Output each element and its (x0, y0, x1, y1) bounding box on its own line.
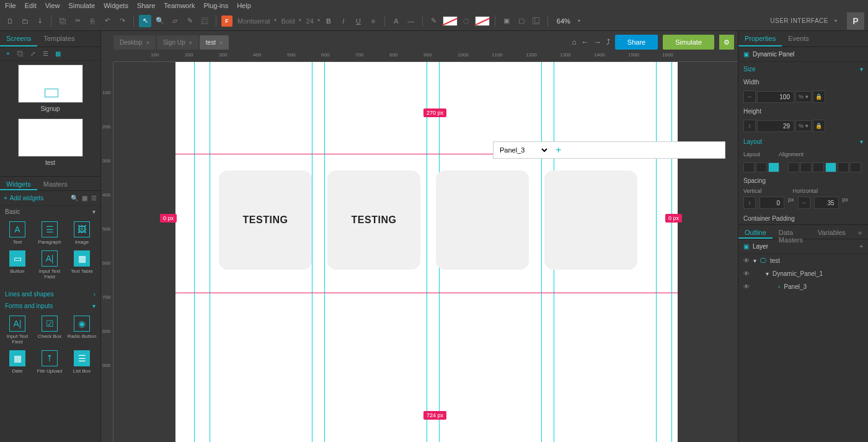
path-icon[interactable]: ✎ (184, 15, 196, 27)
fill-color-swatch[interactable] (475, 16, 490, 26)
widget-input2[interactable]: A|Input Text Field (1, 316, 33, 345)
close-icon[interactable]: × (189, 40, 192, 46)
paste-icon[interactable]: ⎘ (86, 15, 99, 27)
copy-screen-icon[interactable]: ⿻ (16, 50, 25, 58)
ruler-vertical[interactable]: 100 200 300 400 500 600 700 800 900 (101, 62, 113, 442)
menu-file[interactable]: File (5, 2, 16, 9)
guide-horizontal[interactable] (175, 293, 678, 293)
align-btn-5[interactable] (838, 162, 849, 172)
widget-date[interactable]: ▦Date (1, 350, 33, 374)
chevron-down-icon[interactable]: ▾ (573, 15, 585, 27)
add-widgets-button[interactable]: Add widgets (10, 195, 43, 201)
simulate-button[interactable]: Simulate (663, 35, 714, 50)
guide-vertical[interactable] (324, 62, 325, 442)
underline-icon[interactable]: U (352, 15, 365, 27)
align-btn-2[interactable] (800, 162, 812, 172)
zoom-level[interactable]: 64% (557, 17, 570, 25)
widget-radio[interactable]: ◉Radio Button (66, 316, 98, 345)
tab-properties[interactable]: Properties (738, 31, 782, 46)
width-unit-dropdown[interactable]: % ▾ (795, 91, 812, 102)
chevron-down-icon[interactable]: ▾ (766, 270, 769, 277)
card-empty-4[interactable] (544, 170, 637, 270)
gear-icon[interactable]: ⚙ (719, 35, 734, 50)
widget-fileupload[interactable]: ⤒File Upload (33, 350, 66, 374)
font-weight-dropdown[interactable]: Bold (279, 17, 301, 25)
widget-text[interactable]: AText (1, 221, 33, 245)
tab-screens[interactable]: Screens (0, 31, 37, 46)
tab-templates[interactable]: Templates (37, 31, 81, 46)
screen-thumb-signup[interactable] (18, 64, 83, 103)
visibility-icon[interactable]: 👁 (743, 257, 750, 264)
layout-btn-3[interactable] (768, 162, 779, 172)
share-button[interactable]: Share (615, 35, 658, 50)
visibility-icon[interactable]: 👁 (743, 283, 750, 290)
widget-listbox[interactable]: ☰List Box (66, 350, 98, 374)
open-folder-icon[interactable]: 🗀 (19, 15, 31, 27)
menu-view[interactable]: View (45, 2, 60, 9)
font-family-dropdown[interactable]: Montserrat (235, 17, 277, 25)
chevron-down-icon[interactable]: ▾ (835, 18, 837, 24)
group-icon[interactable]: ⿺ (530, 15, 542, 27)
height-input[interactable] (757, 120, 794, 132)
section-forms[interactable]: Forms and inputs▾ (0, 300, 100, 312)
list-icon[interactable]: ☰ (91, 195, 97, 201)
font-size-dropdown[interactable]: 24 (304, 17, 320, 25)
layout-section-header[interactable]: Layout▾ (738, 135, 868, 149)
more-tabs-icon[interactable]: » (852, 225, 868, 239)
section-lines[interactable]: Lines and shapes› (0, 288, 100, 300)
align-btn-3[interactable] (813, 162, 824, 172)
width-input[interactable] (757, 91, 794, 103)
pen-icon[interactable]: ✎ (428, 15, 440, 27)
arrange-back-icon[interactable]: ▢ (515, 15, 528, 27)
chevron-down-icon[interactable]: ▾ (753, 257, 756, 264)
line-icon[interactable]: — (405, 15, 417, 27)
layout-btn-2[interactable] (756, 162, 767, 172)
tab-data-masters[interactable]: Data Masters (773, 225, 812, 239)
guide-vertical[interactable] (541, 62, 542, 442)
section-basic[interactable]: Basic▾ (0, 206, 100, 218)
outline-item-dynamic-panel[interactable]: 👁 ▾ Dynamic_Panel_1 (738, 267, 868, 280)
canvas-tab-desktop[interactable]: Desktop× (113, 35, 156, 50)
widget-input[interactable]: A|Input Text Field (33, 250, 66, 280)
arrange-front-icon[interactable]: ▣ (500, 15, 513, 27)
guide-vertical[interactable] (656, 62, 657, 442)
tab-masters[interactable]: Masters (37, 177, 74, 190)
guide-vertical[interactable] (671, 62, 672, 442)
panel-select-dropdown[interactable]: Panel_3 (494, 146, 549, 154)
size-section-header[interactable]: Size▾ (738, 62, 868, 76)
canvas-viewport[interactable]: TESTING TESTING 270 px 0 px 0 px 724 px … (113, 62, 738, 442)
widget-paragraph[interactable]: ☰Paragraph (33, 221, 66, 245)
undo-icon[interactable]: ↶ (101, 15, 113, 27)
upload-icon[interactable]: ⤴ (606, 38, 610, 46)
visibility-icon[interactable]: 👁 (743, 270, 750, 277)
guide-vertical[interactable] (194, 62, 195, 442)
screen-thumb-test[interactable] (18, 118, 83, 157)
ui-mode-label[interactable]: USER INTERFACE (770, 17, 828, 24)
align-icon[interactable]: ≡ (367, 15, 379, 27)
widget-table[interactable]: ▦Text Table (66, 250, 98, 280)
redo-icon[interactable]: ↷ (116, 15, 128, 27)
guide-vertical[interactable] (312, 62, 312, 442)
outline-item-test[interactable]: 👁 ▾ 🖵 test (738, 254, 868, 267)
menu-edit[interactable]: Edit (25, 2, 37, 9)
copy-icon[interactable]: ⿻ (56, 15, 69, 27)
fill-icon[interactable]: ◌ (460, 15, 472, 27)
font-badge[interactable]: F (221, 15, 232, 27)
lock-icon[interactable]: 🔒 (813, 91, 825, 103)
search-icon[interactable]: 🔍 (71, 195, 78, 201)
canvas-tab-test[interactable]: test× (200, 35, 229, 50)
canvas-page[interactable]: TESTING TESTING (175, 62, 678, 442)
highlight-icon[interactable]: ▱ (169, 15, 181, 27)
card-testing-1[interactable]: TESTING (219, 170, 312, 270)
guide-vertical[interactable] (210, 62, 210, 442)
cut-icon[interactable]: ✂ (71, 15, 84, 27)
widget-image[interactable]: 🖼Image (66, 221, 98, 245)
widget-button[interactable]: ▭Button (1, 250, 33, 280)
chevron-right-icon[interactable]: › (778, 283, 780, 290)
guide-vertical[interactable] (427, 62, 427, 442)
layout-btn-1[interactable] (743, 162, 755, 172)
user-avatar[interactable]: P (847, 12, 864, 30)
zoom-icon[interactable]: 🔍 (154, 15, 166, 27)
close-icon[interactable]: × (219, 40, 223, 46)
menu-teamwork[interactable]: Teamwork (164, 2, 195, 9)
